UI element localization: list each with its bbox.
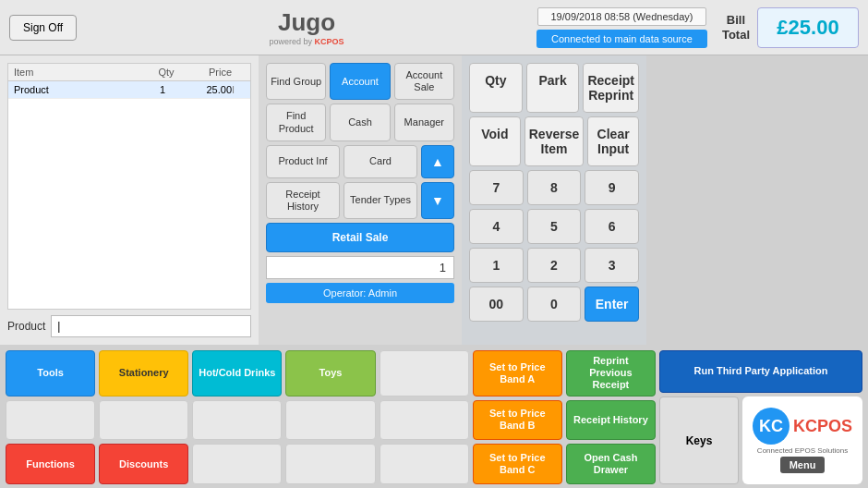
account-button[interactable]: Account: [330, 63, 390, 100]
empty-btn-7: [192, 444, 282, 484]
set-price-band-a-button[interactable]: Set to Price Band A: [473, 350, 562, 396]
btn3[interactable]: 3: [585, 248, 639, 283]
card-button[interactable]: Card: [344, 145, 417, 178]
tender-types-button[interactable]: Tender Types: [344, 182, 417, 219]
toys-button[interactable]: Toys: [285, 350, 375, 396]
numpad-panel: Qty Park Receipt Reprint Void Reverse It…: [462, 55, 646, 345]
empty-btn-6: [380, 400, 469, 441]
keys-logo-row: Keys KC KCPOS Connected EPOS Solutions M…: [659, 396, 862, 484]
stationery-button[interactable]: Stationery: [99, 350, 188, 396]
col-item-header: Item: [14, 67, 143, 78]
connected-button[interactable]: Connected to main data source: [536, 30, 707, 48]
empty-btn-9: [380, 444, 469, 484]
void-button[interactable]: Void: [469, 116, 521, 166]
item-arrow: I: [232, 84, 245, 95]
receipt-history-quick-button[interactable]: Receipt History: [566, 400, 656, 441]
bill-total-area: Bill Total £25.00: [722, 7, 859, 48]
item-name: Product: [14, 84, 139, 95]
btn00[interactable]: 00: [469, 287, 524, 322]
kcpos-logo: KC KCPOS Connected EPOS Solutions Menu: [742, 396, 862, 484]
kc-circle: KC: [753, 408, 790, 445]
find-product-button[interactable]: Find Product: [266, 104, 326, 140]
hot-cold-drinks-button[interactable]: Hot/Cold Drinks: [192, 350, 282, 396]
kcpos-icon: KC KCPOS: [753, 408, 852, 445]
btn2[interactable]: 2: [527, 248, 582, 283]
reprint-previous-receipt-button[interactable]: Reprint Previous Receipt: [566, 350, 656, 396]
kcpos-brand: KCPOS: [793, 417, 852, 436]
numpad-row-4: 4 5 6: [469, 209, 639, 244]
mid-row-3: Product Inf Card ▲: [266, 145, 454, 178]
reverse-item-button[interactable]: Reverse Item: [524, 116, 585, 166]
content-row: Item Qty Price Product 1 25.00 I Product…: [0, 55, 868, 345]
col-price-header: Price: [189, 67, 245, 78]
logo-area: Jugo powered by KCPOS: [77, 8, 536, 46]
item-qty: 1: [139, 84, 186, 95]
mid-row-2: Find Product Cash Manager: [266, 104, 454, 140]
logo-jugo: Jugo: [278, 8, 335, 37]
datetime-display: 19/09/2018 08:58 (Wednesday): [537, 7, 707, 26]
keys-button[interactable]: Keys: [659, 396, 739, 484]
item-price: 25.00: [186, 84, 232, 95]
run-third-party-button[interactable]: Run Third Party Application: [659, 350, 862, 393]
product-label: Product: [7, 320, 45, 333]
empty-btn-1: [380, 350, 469, 396]
product-input[interactable]: [51, 315, 251, 337]
right-spacer: [646, 55, 868, 345]
numpad-row-6: 00 0 Enter: [469, 287, 639, 322]
btn4[interactable]: 4: [469, 209, 524, 244]
discounts-button[interactable]: Discounts: [99, 444, 188, 484]
btn0[interactable]: 0: [527, 287, 582, 322]
transaction-panel: Item Qty Price Product 1 25.00 I Product: [0, 55, 259, 345]
receipt-reprint-button[interactable]: Receipt Reprint: [583, 63, 639, 113]
arrow-up-button[interactable]: ▲: [421, 145, 454, 178]
bottom-area: Tools Stationery Hot/Cold Drinks Toys Se…: [0, 345, 868, 488]
receipt-history-button[interactable]: Receipt History: [266, 182, 340, 219]
product-input-row: Product: [7, 315, 251, 337]
set-price-band-c-button[interactable]: Set to Price Band C: [473, 444, 562, 484]
sign-off-button[interactable]: Sign Off: [9, 15, 77, 41]
datetime-area: 19/09/2018 08:58 (Wednesday) Connected t…: [536, 7, 707, 48]
empty-btn-5: [285, 400, 375, 441]
empty-btn-8: [285, 444, 375, 484]
clear-input-button[interactable]: Clear Input: [587, 116, 639, 166]
input-display: 1: [266, 256, 454, 279]
retail-sale-button[interactable]: Retail Sale: [266, 223, 454, 252]
mid-row-1: Find Group Account Account Sale: [266, 63, 454, 100]
product-inf-button[interactable]: Product Inf: [266, 145, 340, 178]
table-row[interactable]: Product 1 25.00 I: [8, 81, 250, 99]
side-area: Run Third Party Application Keys KC KCPO…: [659, 350, 862, 484]
numpad-row-1: Qty Park Receipt Reprint: [469, 63, 639, 113]
table-header: Item Qty Price: [8, 64, 250, 81]
empty-btn-3: [99, 400, 188, 441]
logo-brand: KCPOS: [315, 37, 344, 46]
manager-button[interactable]: Manager: [394, 104, 454, 140]
items-table: Item Qty Price Product 1 25.00 I: [7, 63, 251, 310]
park-button[interactable]: Park: [526, 63, 580, 113]
numpad-row-2: Void Reverse Item Clear Input: [469, 116, 639, 166]
btn1[interactable]: 1: [469, 248, 524, 283]
btn7[interactable]: 7: [469, 170, 524, 205]
kcpos-sub-text: Connected EPOS Solutions: [757, 446, 848, 455]
numpad-row-3: 7 8 9: [469, 170, 639, 205]
col-qty-header: Qty: [143, 67, 189, 78]
menu-button[interactable]: Menu: [780, 457, 826, 473]
btn9[interactable]: 9: [585, 170, 639, 205]
mid-row-4: Receipt History Tender Types ▼: [266, 182, 454, 219]
arrow-down-button[interactable]: ▼: [421, 182, 454, 219]
functions-button[interactable]: Functions: [6, 444, 95, 484]
account-sale-button[interactable]: Account Sale: [394, 63, 454, 100]
cash-button[interactable]: Cash: [330, 104, 390, 140]
qty-button[interactable]: Qty: [469, 63, 523, 113]
find-group-button[interactable]: Find Group: [266, 63, 326, 100]
btn6[interactable]: 6: [585, 209, 639, 244]
open-cash-drawer-button[interactable]: Open Cash Drawer: [566, 444, 656, 484]
numpad-row-5: 1 2 3: [469, 248, 639, 283]
middle-panel: Find Group Account Account Sale Find Pro…: [259, 55, 462, 345]
header: Sign Off Jugo powered by KCPOS 19/09/201…: [0, 0, 868, 55]
set-price-band-b-button[interactable]: Set to Price Band B: [473, 400, 562, 441]
btn5[interactable]: 5: [527, 209, 582, 244]
enter-button[interactable]: Enter: [585, 287, 639, 322]
empty-btn-4: [192, 400, 282, 441]
tools-button[interactable]: Tools: [6, 350, 95, 396]
btn8[interactable]: 8: [527, 170, 582, 205]
